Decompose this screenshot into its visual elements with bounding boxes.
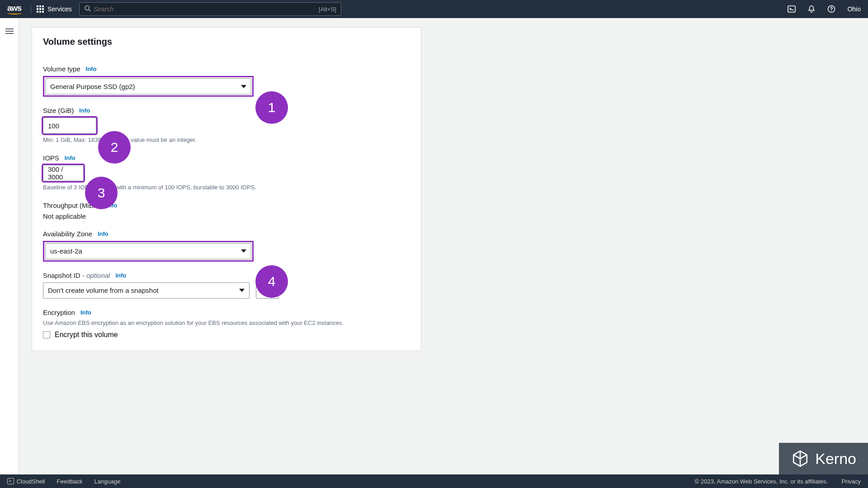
encryption-field: Encryption Info Use Amazon EBS encryptio… [43, 309, 410, 339]
volume-type-field: 1 Volume type Info General Purpose SSD (… [43, 65, 410, 97]
encrypt-checkbox[interactable] [43, 331, 50, 338]
search-icon [84, 5, 91, 14]
region-selector[interactable]: Ohio [847, 5, 861, 13]
az-label: Availability Zone [43, 230, 92, 238]
size-label: Size (GiB) [43, 107, 74, 114]
search-input[interactable] [94, 5, 319, 13]
az-select[interactable]: us-east-2a [45, 243, 251, 259]
snapshot-value: Don't create volume from a snapshot [48, 286, 159, 294]
divider [31, 5, 31, 14]
volume-settings-panel: Volume settings 1 Volume type Info Gener… [32, 27, 421, 351]
az-field: 4 Availability Zone Info us-east-2a [43, 230, 410, 262]
annotation-badge-3: 3 [85, 177, 118, 209]
iops-field: 3 IOPS Info 300 / 3000 Baseline of 3 IOP… [43, 154, 410, 192]
aws-logo[interactable]: aws [7, 4, 22, 14]
kerno-logo-icon [791, 449, 810, 468]
copyright: © 2023, Amazon Web Services, Inc. or its… [695, 478, 828, 485]
cloudshell-icon: >. [7, 478, 14, 484]
encryption-helper: Use Amazon EBS encryption as an encrypti… [43, 319, 410, 327]
chevron-down-icon [241, 85, 246, 88]
cloudshell-icon[interactable] [788, 5, 796, 13]
kerno-logo-text: Kerno [815, 450, 856, 468]
encryption-info-link[interactable]: Info [80, 309, 91, 316]
snapshot-field: Snapshot ID - optional Info Don't create… [43, 272, 410, 299]
iops-info-link[interactable]: Info [65, 155, 75, 161]
iops-label: IOPS [43, 154, 59, 162]
az-info-link[interactable]: Info [98, 230, 108, 237]
footer-bar: >. CloudShell Feedback Language © 2023, … [0, 474, 868, 488]
kerno-watermark: Kerno [779, 443, 868, 474]
volume-type-label: Volume type [43, 65, 80, 73]
main-layout: Volume settings 1 Volume type Info Gener… [0, 18, 868, 474]
throughput-value: Not applicable [43, 212, 410, 220]
encrypt-checkbox-row[interactable]: Encrypt this volume [43, 331, 410, 339]
chevron-down-icon [239, 289, 245, 292]
annotation-badge-4: 4 [255, 265, 288, 298]
size-input[interactable]: 100 [43, 117, 96, 134]
sidebar-collapsed [0, 18, 19, 474]
iops-value: 300 / 3000 [48, 165, 79, 181]
size-info-link[interactable]: Info [79, 107, 90, 114]
help-icon[interactable] [827, 5, 835, 13]
iops-readonly: 300 / 3000 [43, 165, 84, 181]
snapshot-info-link[interactable]: Info [115, 272, 126, 279]
size-helper: Min: 1 GiB, Max: 16384 GiB. The value mu… [43, 136, 410, 144]
snapshot-label: Snapshot ID - optional [43, 272, 110, 279]
volume-type-value: General Purpose SSD (gp2) [50, 83, 135, 90]
annotation-badge-1: 1 [255, 91, 288, 124]
encryption-label: Encryption [43, 309, 75, 316]
language-link[interactable]: Language [94, 478, 121, 485]
annotation-highlight: us-east-2a [43, 241, 254, 262]
search-shortcut: [Alt+S] [319, 6, 336, 13]
size-field: 2 Size (GiB) Info 100 Min: 1 GiB, Max: 1… [43, 107, 410, 144]
notifications-icon[interactable] [807, 5, 816, 13]
menu-toggle-icon[interactable] [5, 27, 14, 35]
volume-type-select[interactable]: General Purpose SSD (gp2) [45, 78, 251, 94]
svg-line-1 [89, 9, 90, 11]
volume-type-info-link[interactable]: Info [86, 66, 97, 72]
privacy-link[interactable]: Privacy [841, 478, 861, 485]
chevron-down-icon [241, 249, 246, 253]
size-value: 100 [48, 122, 59, 130]
annotation-highlight: General Purpose SSD (gp2) [43, 76, 254, 97]
panel-title: Volume settings [43, 37, 410, 47]
global-search[interactable]: [Alt+S] [79, 2, 341, 16]
snapshot-select[interactable]: Don't create volume from a snapshot [43, 282, 250, 299]
grid-icon [37, 5, 44, 13]
services-button[interactable]: Services [37, 5, 72, 13]
cloudshell-link[interactable]: >. CloudShell [7, 478, 45, 485]
content-area: Volume settings 1 Volume type Info Gener… [19, 18, 868, 474]
services-label: Services [47, 5, 72, 13]
top-right-controls: Ohio [788, 5, 861, 13]
annotation-badge-2: 2 [98, 131, 131, 164]
top-navigation: aws Services [Alt+S] Ohio [0, 0, 868, 18]
az-value: us-east-2a [50, 247, 82, 255]
svg-point-0 [85, 5, 89, 9]
feedback-link[interactable]: Feedback [57, 478, 83, 485]
encrypt-checkbox-label: Encrypt this volume [55, 331, 118, 339]
